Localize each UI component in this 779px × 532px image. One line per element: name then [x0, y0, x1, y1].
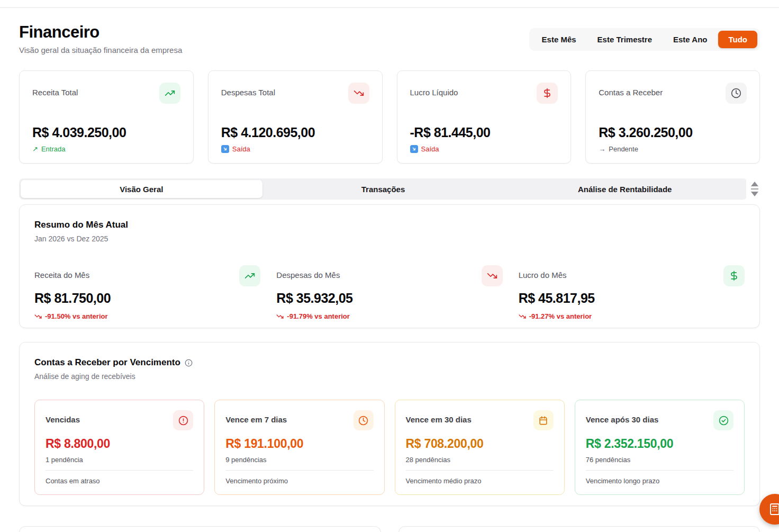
aging-panel: Contas a Receber por Vencimento Análise …: [19, 342, 760, 506]
bottom-card-left: [19, 526, 381, 532]
aging-card-vencidas: Vencidas R$ 8.800,00 1 pendência Contas …: [34, 400, 204, 495]
stat-card-receita-total: Receita Total R$ 4.039.250,00 ↗ Entrada: [19, 70, 194, 164]
stat-cards-row: Receita Total R$ 4.039.250,00 ↗ Entrada …: [19, 70, 760, 164]
metric-receita-do-mes: Receita do Mês R$ 81.750,00 -91.50% vs a…: [34, 265, 260, 320]
top-strip: [0, 0, 779, 8]
trending-down-icon: [519, 313, 526, 320]
summary-subtitle: Jan 2026 vs Dez 2025: [34, 235, 745, 243]
time-filter-group: Este Mês Este Trimestre Este Ano Tudo: [529, 28, 760, 51]
aging-card-footer: Vencimento médio prazo: [406, 470, 554, 485]
aging-card-count: 9 pendências: [225, 456, 373, 464]
filter-tudo-button[interactable]: Tudo: [718, 31, 757, 48]
bottom-cards-row: [19, 526, 760, 532]
stat-card-value: R$ 4.039.250,00: [32, 125, 180, 140]
trending-down-icon: [482, 265, 503, 286]
clock-icon: [354, 410, 374, 430]
scroll-spinner-widget: [746, 176, 763, 202]
dollar-icon: [537, 83, 558, 104]
stat-card-status: → Pendente: [599, 145, 747, 153]
aging-cards-row: Vencidas R$ 8.800,00 1 pendência Contas …: [34, 400, 745, 495]
arrow-right-icon: →: [599, 146, 605, 152]
arrow-up-right-icon: ↗: [32, 146, 38, 152]
tab-transacoes[interactable]: Transações: [262, 180, 504, 198]
summary-title: Resumo do Mês Atual: [34, 220, 745, 230]
metric-lucro-do-mes: Lucro do Mês R$ 45.817,95 -91.27% vs ant…: [519, 265, 745, 320]
trending-up-icon: [159, 83, 180, 104]
metric-label: Receita do Mês: [34, 265, 89, 279]
scroll-down-icon[interactable]: [751, 192, 758, 196]
aging-card-footer: Contas em atraso: [46, 470, 193, 485]
bottom-card-right: [398, 526, 760, 532]
trending-up-icon: [239, 265, 260, 286]
aging-card-title: Vence em 30 dias: [406, 410, 472, 424]
metric-value: R$ 45.817,95: [519, 291, 745, 306]
stat-card-value: R$ 4.120.695,00: [221, 125, 369, 140]
trending-down-icon: [348, 83, 369, 104]
stat-card-title: Contas a Receber: [599, 83, 663, 97]
tab-bar: Visão Geral Transações Análise de Rentab…: [19, 178, 747, 200]
metric-label: Despesas do Mês: [276, 265, 340, 279]
metric-value: R$ 35.932,05: [276, 291, 502, 306]
arrow-down-right-emoji-icon: [221, 145, 229, 153]
tab-analise-rentabilidade[interactable]: Análise de Rentabilidade: [504, 180, 746, 198]
aging-card-value: R$ 708.200,00: [406, 437, 554, 451]
aging-card-count: 1 pendência: [46, 456, 193, 464]
trending-down-icon: [34, 313, 42, 320]
calculator-icon: [768, 503, 779, 516]
page-header: Financeiro Visão geral da situação finan…: [19, 23, 760, 55]
metric-change-label: -91.27% vs anterior: [529, 312, 592, 320]
page-subtitle: Visão geral da situação financeira da em…: [19, 46, 182, 55]
filter-este-mes-button[interactable]: Este Mês: [532, 31, 586, 48]
stat-card-title: Despesas Total: [221, 83, 275, 97]
metric-change: -91.50% vs anterior: [34, 312, 260, 320]
stat-status-label: Pendente: [609, 145, 638, 153]
stat-card-contas-a-receber: Contas a Receber R$ 3.260.250,00 → Pende…: [585, 70, 760, 164]
aging-card-footer: Vencimento próximo: [225, 470, 373, 485]
stat-card-lucro-liquido: Lucro Líquido -R$ 81.445,00 Saída: [397, 70, 572, 164]
stat-card-title: Lucro Líquido: [410, 83, 458, 97]
stat-card-value: R$ 3.260.250,00: [599, 125, 747, 140]
stat-card-status: ↗ Entrada: [32, 145, 180, 153]
page-title: Financeiro: [19, 23, 182, 42]
aging-card-footer: Vencimento longo prazo: [586, 470, 733, 485]
trending-down-icon: [276, 313, 284, 320]
tab-visao-geral[interactable]: Visão Geral: [21, 180, 262, 198]
stat-status-label: Saída: [232, 145, 250, 153]
arrow-down-right-emoji-icon: [410, 145, 418, 153]
stat-status-label: Saída: [421, 145, 439, 153]
aging-card-value: R$ 8.800,00: [46, 437, 193, 451]
alert-circle-icon: [173, 410, 193, 430]
calendar-icon: [533, 410, 554, 430]
stat-status-label: Entrada: [41, 145, 66, 153]
summary-metrics-row: Receita do Mês R$ 81.750,00 -91.50% vs a…: [34, 265, 745, 320]
month-summary-panel: Resumo do Mês Atual Jan 2026 vs Dez 2025…: [19, 204, 760, 328]
stat-card-status: Saída: [221, 145, 369, 153]
scroll-divider: [751, 188, 758, 190]
metric-change-label: -91.50% vs anterior: [45, 312, 108, 320]
metric-despesas-do-mes: Despesas do Mês R$ 35.932,05 -91.79% vs …: [276, 265, 502, 320]
metric-change: -91.79% vs anterior: [276, 312, 502, 320]
aging-card-title: Vencidas: [46, 410, 80, 424]
aging-title: Contas a Receber por Vencimento: [34, 357, 180, 368]
aging-card-vence-30-dias: Vence em 30 dias R$ 708.200,00 28 pendên…: [395, 400, 565, 495]
stat-card-value: -R$ 81.445,00: [410, 125, 558, 140]
aging-card-value: R$ 191.100,00: [225, 437, 373, 451]
scroll-up-icon[interactable]: [751, 182, 758, 186]
metric-value: R$ 81.750,00: [34, 291, 260, 306]
metric-change-label: -91.79% vs anterior: [287, 312, 350, 320]
metric-label: Lucro do Mês: [519, 265, 567, 279]
tabs-row: Visão Geral Transações Análise de Rentab…: [19, 178, 760, 200]
aging-card-vence-apos-30-dias: Vence após 30 dias R$ 2.352.150,00 76 pe…: [575, 400, 745, 495]
stat-card-status: Saída: [410, 145, 558, 153]
dollar-icon: [723, 265, 745, 286]
aging-card-count: 28 pendências: [406, 456, 554, 464]
filter-este-trimestre-button[interactable]: Este Trimestre: [587, 31, 662, 48]
clock-icon: [726, 83, 747, 104]
aging-card-count: 76 pendências: [586, 456, 733, 464]
filter-este-ano-button[interactable]: Este Ano: [663, 31, 717, 48]
aging-card-vence-7-dias: Vence em 7 dias R$ 191.100,00 9 pendênci…: [214, 400, 384, 495]
check-circle-icon: [713, 410, 733, 430]
metric-change: -91.27% vs anterior: [519, 312, 745, 320]
stat-card-title: Receita Total: [32, 83, 78, 97]
info-icon[interactable]: [185, 359, 193, 367]
